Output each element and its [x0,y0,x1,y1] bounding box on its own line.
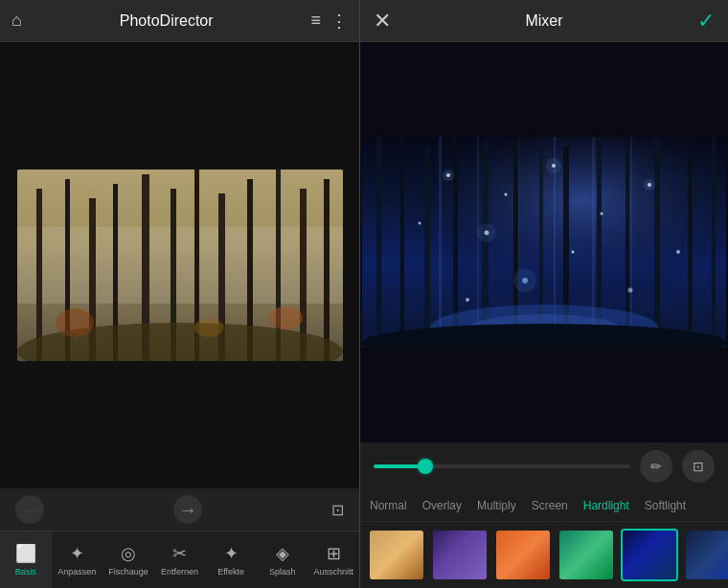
toolbar-ausschnitt[interactable]: ⊞ Ausschnitt [307,531,359,588]
thumbnail-1[interactable] [368,529,425,581]
svg-rect-26 [376,137,381,348]
anpassen-label: Anpassen [57,567,96,577]
svg-rect-37 [688,137,693,348]
blend-mode-overlay[interactable]: Overlay [422,499,462,512]
thumbnail-3[interactable] [494,529,552,581]
left-toolbar: ⬜ Basis ✦ Anpassen ◎ Fischauge ✂ Entfern… [0,531,359,588]
confirm-button[interactable]: ✓ [697,9,715,34]
blend-mode-multiply[interactable]: Multiply [477,499,516,512]
left-header: ⌂ PhotoDirector ≡ ⋮ [0,0,359,42]
slider-thumb[interactable] [418,459,433,474]
svg-rect-2 [36,189,42,361]
right-header: ✕ Mixer ✓ [360,0,728,42]
thumbnails-row [360,521,728,588]
svg-rect-11 [276,170,281,361]
svg-point-14 [17,323,343,361]
right-panel: ✕ Mixer ✓ [359,0,728,588]
svg-rect-3 [65,179,70,361]
entfernen-label: Entfernen [161,567,198,577]
more-icon[interactable]: ⋮ [330,11,348,32]
svg-rect-1 [17,227,343,304]
thumb-preview-6 [686,531,728,579]
toolbar-basis[interactable]: ⬜ Basis [0,531,52,588]
svg-point-57 [477,223,496,242]
svg-point-42 [601,213,603,215]
basis-icon: ⬜ [15,543,36,564]
svg-point-58 [513,269,536,292]
svg-rect-27 [400,137,404,348]
thumb-preview-3 [496,531,550,579]
svg-rect-5 [113,184,118,361]
svg-point-17 [194,318,223,337]
brush-icon-button[interactable]: ✏ [640,450,672,483]
toolbar-effekte[interactable]: ✦ Effekte [205,531,257,588]
fischauge-label: Fischauge [108,567,148,577]
thumb-preview-5 [623,531,676,579]
svg-point-45 [419,222,421,225]
blend-mode-hardlight[interactable]: Hardlight [583,499,629,512]
blend-mode-softlight[interactable]: Softlight [645,499,686,512]
anpassen-icon: ✦ [70,543,84,564]
header-icons: ≡ ⋮ [310,11,348,32]
toolbar-fischauge[interactable]: ◎ Fischauge [102,531,154,588]
panel-divider [359,0,360,588]
svg-rect-6 [142,174,149,361]
app-title: PhotoDirector [22,12,311,30]
close-button[interactable]: ✕ [374,9,391,34]
compare-icon[interactable]: ⊡ [331,501,344,519]
effekte-label: Effekte [217,567,244,577]
svg-rect-13 [324,179,330,361]
fischauge-icon: ◎ [121,543,136,564]
left-nav-controls: ← → ⊡ [0,488,359,531]
svg-point-50 [628,288,633,293]
toolbar-anpassen[interactable]: ✦ Anpassen [52,531,103,588]
svg-rect-4 [89,198,96,361]
thumb-preview-2 [433,531,487,579]
blend-mode-normal[interactable]: Normal [370,499,407,512]
ausschnitt-label: Ausschnitt [313,567,353,577]
effekte-icon: ✦ [224,543,239,564]
right-photo [362,137,726,348]
svg-rect-7 [171,189,176,361]
menu-icon[interactable]: ≡ [310,11,321,32]
svg-rect-0 [17,170,343,361]
svg-point-54 [443,170,454,181]
opacity-slider[interactable] [374,464,630,468]
toolbar-entfernen[interactable]: ✂ Entfernen [154,531,206,588]
thumb-preview-4 [559,531,613,579]
thumbnail-6[interactable] [684,529,728,581]
basis-label: Basis [15,567,36,577]
svg-point-48 [572,251,575,254]
thumbnail-5[interactable] [621,529,678,581]
svg-rect-20 [439,137,442,348]
svg-rect-10 [247,179,253,361]
mixer-title: Mixer [391,12,697,30]
home-icon[interactable]: ⌂ [11,11,22,31]
splash-label: Splash [269,567,296,577]
splash-icon: ◈ [276,543,289,564]
thumbnail-4[interactable] [557,529,615,581]
svg-rect-8 [194,170,199,361]
toolbar-splash[interactable]: ◈ Splash [257,531,308,588]
thumbnail-2[interactable] [431,529,489,581]
svg-point-55 [546,158,561,173]
left-panel: ⌂ PhotoDirector ≡ ⋮ [0,0,359,588]
svg-point-56 [644,179,655,191]
svg-rect-38 [712,137,716,348]
left-photo [17,170,343,361]
slider-area: ✏ ⊡ [360,442,728,490]
svg-point-40 [505,193,508,196]
left-image-area [0,42,359,488]
svg-rect-28 [424,147,430,348]
forward-button[interactable]: → [173,495,202,524]
svg-rect-36 [654,137,660,348]
back-button[interactable]: ← [15,495,44,524]
eraser-icon-button[interactable]: ⊡ [682,450,715,483]
svg-point-46 [676,250,680,254]
svg-point-15 [56,308,94,337]
svg-rect-9 [218,193,225,361]
svg-point-16 [268,306,303,329]
right-image-area [360,42,728,442]
blend-mode-screen[interactable]: Screen [532,499,568,512]
svg-point-49 [466,298,469,302]
